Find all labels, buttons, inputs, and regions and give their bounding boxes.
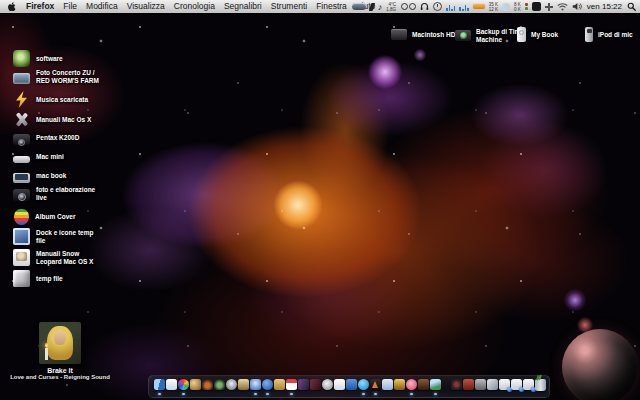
track-title: Brake It	[2, 367, 118, 374]
dock-icon-columns-blue[interactable]	[382, 379, 393, 390]
network-readout-a[interactable]: 35 K12 K	[489, 2, 498, 12]
desktop-icon-software[interactable]: software	[13, 50, 63, 67]
dock-icon-color-wheel[interactable]	[178, 379, 189, 390]
headphones-icon[interactable]	[420, 2, 429, 11]
rings-icon[interactable]	[400, 3, 416, 10]
network-history-icon[interactable]	[459, 3, 468, 11]
dock-icon-finder[interactable]	[154, 379, 165, 390]
cpu-temp-readout[interactable]: 4°C1.8G	[386, 2, 396, 12]
dock-icon-photo-purple[interactable]	[298, 379, 309, 390]
moon-icon[interactable]	[502, 3, 510, 11]
menu-clock[interactable]: ven 15:22	[586, 2, 623, 11]
menu-item-finestra[interactable]: Finestra	[316, 0, 347, 13]
dock-icon-calendar[interactable]	[286, 379, 297, 390]
desktop-icon-manuali-snow-leopard[interactable]: Manuali Snow Leopard Mac OS X	[13, 249, 102, 266]
fan-plus-icon[interactable]	[545, 3, 553, 11]
activity-leds-icon[interactable]	[525, 3, 528, 10]
stopwatch-icon[interactable]	[433, 2, 442, 11]
pen-icon[interactable]	[369, 3, 376, 11]
drive-label: iPod di mic	[598, 31, 633, 39]
keyboard-icon[interactable]	[532, 2, 541, 11]
dock-icon-photo-dark[interactable]	[202, 379, 213, 390]
desktop-icon-label: mac book	[36, 172, 66, 180]
desktop-icon-album-cover[interactable]: Album Cover	[13, 209, 75, 225]
dslr-camera-icon	[13, 189, 30, 201]
dock-icon-photo-forest[interactable]	[214, 379, 225, 390]
rainbow-apple-icon	[14, 209, 29, 225]
menu-item-modifica[interactable]: Modifica	[86, 0, 118, 13]
desktop-icon-manuali-mac-os-x[interactable]: Manuali Mac Os X	[13, 111, 91, 128]
osx-x-icon	[13, 111, 30, 128]
desktop-icon-mac-book[interactable]: mac book	[13, 169, 66, 183]
dock-icon-textedit[interactable]	[334, 379, 345, 390]
now-playing-widget[interactable]: Brake It Love and Curses - Reigning Soun…	[2, 322, 118, 380]
menu-item-firefox[interactable]: Firefox	[26, 0, 54, 13]
dock-icon-vlc[interactable]	[370, 379, 381, 390]
dock-icon-compass-gold[interactable]	[190, 379, 201, 390]
desktop-icon-pentax[interactable]: Pentax K200D	[13, 131, 79, 145]
desktop-icon-label: Album Cover	[35, 213, 75, 221]
drive-label: My Book	[531, 31, 558, 39]
desktop-icon-foto-concerto[interactable]: Foto Concerto ZU / RED WORM'S FARM	[13, 69, 102, 84]
dock-icon-minimized-window-1[interactable]	[499, 379, 510, 390]
dock-icon-documents-blue[interactable]	[166, 379, 177, 390]
album-art-face	[54, 330, 66, 345]
dock-icon-transmission-blue[interactable]	[346, 379, 357, 390]
dock-icon-browser-silver[interactable]	[322, 379, 333, 390]
desktop-icon-label: temp file	[36, 275, 63, 283]
dock-icon-skype[interactable]	[358, 379, 369, 390]
apple-menu-icon[interactable]	[7, 1, 17, 12]
dock-icon-wood-brown[interactable]	[418, 379, 429, 390]
dock-icon-medal-silver[interactable]	[226, 379, 237, 390]
dock-icon-trophy-gold[interactable]	[394, 379, 405, 390]
music-note-icon[interactable]: ♪	[378, 2, 383, 12]
menu-item-segnalibri[interactable]: Segnalibri	[224, 0, 262, 13]
dock-icon-archive-grey[interactable]	[475, 379, 486, 390]
desktop-drive-time-machine[interactable]: Backup di Time Machine	[455, 28, 524, 43]
wifi-icon[interactable]	[557, 2, 568, 11]
spotlight-icon[interactable]	[627, 2, 636, 11]
desktop-drive-macintosh-hd[interactable]: Macintosh HD	[391, 29, 455, 40]
dock-icon-chat-blue[interactable]	[250, 379, 261, 390]
desktop-icon-foto-elaborazione[interactable]: foto e elaborazione live	[13, 186, 102, 201]
desktop-icon-temp-file[interactable]: temp file	[13, 270, 63, 287]
dock-icon-camera-dark[interactable]	[451, 379, 462, 390]
volume-icon[interactable]	[572, 2, 582, 11]
menu-item-visualizza[interactable]: Visualizza	[127, 0, 165, 13]
desktop-drive-my-book[interactable]: My Book	[517, 27, 558, 42]
menu-item-strumenti[interactable]: Strumenti	[271, 0, 307, 13]
dock-icon-minimized-window-3[interactable]	[523, 379, 534, 390]
radio-folder-icon	[13, 73, 30, 84]
lightning-bolt-icon	[13, 91, 30, 108]
menu-item-cronologia[interactable]: Cronologia	[174, 0, 215, 13]
dock-icon-iphoto-green[interactable]	[430, 379, 441, 390]
dock-icon-statue-tan[interactable]	[238, 379, 249, 390]
desktop-icon-label: Foto Concerto ZU / RED WORM'S FARM	[36, 69, 102, 84]
desktop-drive-ipod[interactable]: iPod di mic	[585, 27, 633, 42]
memory-bar-icon[interactable]	[473, 4, 485, 9]
dock-icon-tool-silver[interactable]	[487, 379, 498, 390]
track-subtitle: Love and Curses - Reigning Sound	[2, 374, 118, 380]
internal-drive-icon	[391, 29, 407, 40]
cpu-history-icon[interactable]	[446, 3, 455, 11]
desktop-icon-mac-mini[interactable]: Mac mini	[13, 150, 64, 163]
dock-icon-box-red[interactable]	[463, 379, 474, 390]
desktop-icon-label: Mac mini	[36, 153, 64, 161]
dock-icon-photo-maroon[interactable]	[310, 379, 321, 390]
capsule-widget-icon[interactable]	[352, 3, 366, 10]
dock-icon-trash[interactable]	[535, 379, 546, 391]
desktop-icon-label: Manuali Mac Os X	[36, 116, 91, 124]
drive-label: Macintosh HD	[412, 31, 455, 39]
menu-bar-status: ♪ 4°C1.8G 35 K12 K 8 K0 K ven 15:22	[352, 0, 636, 13]
desktop-icon-dock-icone-temp[interactable]: Dock e icone temp file	[13, 228, 102, 245]
dock-icon-app-blue-p[interactable]	[262, 379, 273, 390]
snow-leopard-box-icon	[13, 249, 30, 266]
dock-icon-game-pink[interactable]	[406, 379, 417, 390]
dock-icon-folder[interactable]	[274, 379, 285, 390]
ipod-icon	[585, 27, 593, 42]
desktop-icon-musica-scaricata[interactable]: Musica scaricata	[13, 91, 88, 108]
menu-item-file[interactable]: File	[63, 0, 77, 13]
camera-icon	[13, 134, 30, 145]
dock-icon-minimized-window-2[interactable]	[511, 379, 522, 390]
network-readout-b[interactable]: 8 K0 K	[514, 2, 521, 12]
